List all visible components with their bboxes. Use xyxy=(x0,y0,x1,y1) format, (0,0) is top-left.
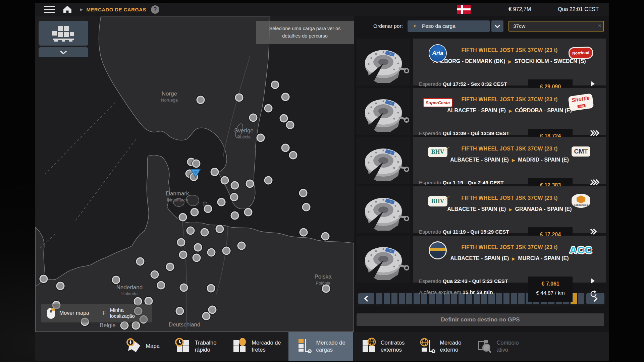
cargo-map-marker[interactable] xyxy=(200,228,209,237)
cargo-map-marker[interactable] xyxy=(256,133,265,142)
page-segment[interactable] xyxy=(406,293,412,304)
cargo-map-marker[interactable] xyxy=(112,276,120,284)
page-segment[interactable] xyxy=(399,293,405,304)
cargo-map-marker[interactable] xyxy=(321,232,330,241)
cargo-map-marker[interactable] xyxy=(207,284,215,293)
cargo-offer-item[interactable]: BHV⁄ AGREGADOS FIFTH WHEEL JOST JSK 37CW… xyxy=(357,186,606,233)
page-segment[interactable] xyxy=(578,293,584,304)
denmark-flag-icon xyxy=(457,5,471,14)
cargo-map-marker[interactable] xyxy=(271,80,279,89)
cargo-map-marker[interactable] xyxy=(192,159,201,168)
cargo-map-marker[interactable] xyxy=(289,151,298,160)
cargo-map-marker[interactable] xyxy=(208,305,217,314)
cargo-map-marker[interactable] xyxy=(264,104,273,113)
cargo-map-marker[interactable] xyxy=(235,93,244,102)
page-segment[interactable] xyxy=(496,293,502,304)
cargo-map-marker[interactable] xyxy=(299,189,308,197)
chevron-down-icon xyxy=(60,50,67,54)
cargo-map-marker[interactable] xyxy=(179,250,187,259)
cargo-map-marker[interactable] xyxy=(230,181,239,190)
cargo-map-marker[interactable] xyxy=(186,226,195,235)
sort-dropdown[interactable]: ▼ Peso da carga xyxy=(408,20,490,32)
menu-icon[interactable] xyxy=(44,6,55,13)
cargo-offer-item[interactable]: SuperCesta Shuttlecola FIFTH WHEEL JOST … xyxy=(357,88,606,135)
price-per-km: € 44,87 / km xyxy=(528,290,573,296)
cargo-search-input[interactable] xyxy=(508,21,604,32)
nav-item-trabalho-rapido[interactable]: Trabalhorápido xyxy=(167,332,224,361)
active-convoy-icon xyxy=(476,338,492,355)
cargo-map-marker[interactable] xyxy=(194,243,202,252)
page-segment[interactable] xyxy=(503,293,509,304)
cargo-map-marker[interactable] xyxy=(190,208,199,217)
cargo-map-marker[interactable] xyxy=(178,213,187,222)
cargo-map-marker[interactable] xyxy=(175,307,184,315)
page-segment[interactable] xyxy=(391,293,397,304)
europe-map[interactable]: NorgeNoruega SverigeSuécia DanmarkDinama… xyxy=(35,16,354,332)
nav-item-mapa[interactable]: Mapa xyxy=(118,332,167,361)
cargo-map-marker[interactable] xyxy=(230,211,239,220)
external-contracts-icon xyxy=(360,338,376,355)
cargo-map-marker[interactable] xyxy=(215,225,224,233)
page-segment[interactable] xyxy=(384,293,390,304)
nav-item-contratos-externos[interactable]: Contratosexternos xyxy=(353,332,412,361)
cargo-map-marker[interactable] xyxy=(207,248,216,257)
route-to: GRANADA - SPAIN (E) xyxy=(515,206,572,212)
cargo-map-marker[interactable] xyxy=(230,193,238,201)
cargo-map-marker[interactable] xyxy=(179,283,188,292)
cargo-offer-item[interactable]: Aria Norrfood FIFTH WHEEL JOST JSK 37CW … xyxy=(357,39,606,85)
cargo-map-marker[interactable] xyxy=(281,143,290,152)
cargo-offer-item[interactable]: ACC FIFTH WHEEL JOST JSK 37CW (23 t) ALB… xyxy=(357,236,606,283)
cargo-map-marker[interactable] xyxy=(237,241,246,250)
cargo-map-marker[interactable] xyxy=(157,281,165,290)
cargo-type-filter-button[interactable] xyxy=(39,21,88,46)
cargo-map-marker[interactable] xyxy=(196,96,205,104)
cargo-map-marker[interactable] xyxy=(286,121,294,129)
cargo-map-marker[interactable] xyxy=(279,114,288,123)
cargo-map-marker[interactable] xyxy=(281,93,290,101)
cargo-list: Aria Norrfood FIFTH WHEEL JOST JSK 37CW … xyxy=(357,39,606,283)
clear-search-icon[interactable]: × xyxy=(598,22,601,29)
urgency-icon xyxy=(590,278,595,285)
cargo-map-marker[interactable] xyxy=(192,253,201,262)
nav-item-comboio-ativo[interactable]: Comboioativo xyxy=(469,332,526,361)
cargo-thumbnail xyxy=(357,39,410,85)
page-segment[interactable] xyxy=(518,293,524,304)
game-ui-window: ▶ MERCADO DE CARGAS ? € 972,7M Qua 22:01… xyxy=(35,3,609,361)
chevron-left-icon xyxy=(364,295,369,302)
cargo-map-marker[interactable] xyxy=(264,176,273,185)
collapse-filter-button[interactable] xyxy=(39,47,88,57)
home-icon[interactable] xyxy=(63,5,72,14)
cargo-map-marker[interactable] xyxy=(56,282,65,290)
help-icon[interactable]: ? xyxy=(151,5,159,14)
cargo-map-marker[interactable] xyxy=(177,238,185,247)
cargo-map-marker[interactable] xyxy=(136,257,145,266)
nav-item-mercado-externo[interactable]: Mercadoexterno xyxy=(412,332,469,361)
sort-dropdown-open-button[interactable] xyxy=(491,20,503,32)
cargo-thumbnail xyxy=(357,137,410,184)
cargo-map-marker[interactable] xyxy=(322,284,330,293)
cargo-map-marker[interactable] xyxy=(220,176,229,185)
cargo-map-marker[interactable] xyxy=(299,228,308,237)
cargo-offer-item[interactable]: BHV⁄ CMT FIFTH WHEEL JOST JSK 37CW (23 t… xyxy=(357,137,606,184)
nav-item-mercado-de-fretes[interactable]: Mercado defretes xyxy=(224,332,288,361)
previous-page-button[interactable] xyxy=(358,293,374,304)
nav-item-mercado-de-cargas[interactable]: Mercado decargas xyxy=(288,332,353,361)
cargo-map-marker[interactable] xyxy=(204,204,212,213)
set-gps-destination-button[interactable]: Definir como destino no GPS xyxy=(357,313,604,326)
cargo-map-marker[interactable] xyxy=(244,208,253,217)
cargo-map-marker[interactable] xyxy=(222,246,231,255)
cargo-map-marker[interactable] xyxy=(302,203,311,212)
chevron-down-icon xyxy=(494,24,500,28)
page-segment[interactable] xyxy=(376,293,382,304)
nav-item-label: Mapa xyxy=(146,343,160,350)
cargo-map-marker[interactable] xyxy=(249,113,258,122)
top-bar: ▶ MERCADO DE CARGAS ? € 972,7M Qua 22:01… xyxy=(35,3,609,16)
cargo-map-marker[interactable] xyxy=(217,198,226,206)
page-segment[interactable] xyxy=(511,293,517,304)
cargo-map-marker[interactable] xyxy=(166,262,174,271)
cargo-map-marker[interactable] xyxy=(210,168,219,176)
cargo-map-marker[interactable] xyxy=(246,179,254,188)
cargo-map-marker[interactable] xyxy=(150,270,159,279)
map-canvas xyxy=(35,16,354,332)
cargo-map-marker[interactable] xyxy=(39,275,48,283)
